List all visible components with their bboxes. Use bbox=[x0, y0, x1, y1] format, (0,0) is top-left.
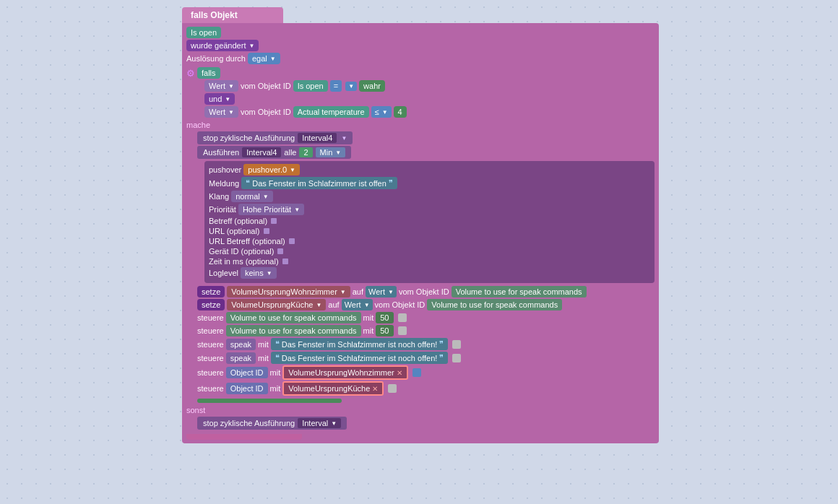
zeit-ms-row: Zeit in ms (optional) bbox=[209, 257, 650, 266]
setze1-label: setze bbox=[197, 286, 225, 297]
gerat-id-indicator bbox=[277, 248, 283, 254]
main-block: Is open wurde geändert ▼ Auslösung durch… bbox=[182, 23, 659, 443]
auf-label-1: auf bbox=[353, 287, 363, 296]
mit-speak1-label: mit bbox=[258, 340, 269, 349]
volume-steuere1-pill: Volume to use for speak commands bbox=[226, 312, 361, 323]
vom-objekt-setze1: vom Objekt ID bbox=[399, 287, 449, 296]
four-pill[interactable]: 4 bbox=[394, 106, 407, 118]
vol-wohnzimmer-ref[interactable]: VolumeUrsprungWohnzimmer ✕ bbox=[282, 365, 408, 380]
ausfuhren-two: 2 bbox=[299, 147, 312, 157]
auslosung-row: Auslösung durch egal ▼ bbox=[186, 53, 655, 64]
wurde-geandert-pill[interactable]: wurde geändert ▼ bbox=[186, 40, 259, 51]
ausfuhren-min[interactable]: Min ▼ bbox=[316, 147, 346, 157]
steuere-objid2-row: steuere Object ID mit VolumeUrsprungKüch… bbox=[197, 381, 655, 396]
prioritat-label: Priorität bbox=[209, 205, 236, 214]
meldung-text-block[interactable]: ❝ Das Fenster im Schlafzimmer ist offen … bbox=[241, 177, 397, 189]
equals-dropdown[interactable]: ▼ bbox=[345, 82, 357, 91]
betreff-row: Betreff (optional) bbox=[209, 217, 650, 225]
steuere-objid1-row: steuere Object ID mit VolumeUrsprungWohn… bbox=[197, 365, 655, 380]
vol-kuche-ref[interactable]: VolumeUrsprungKüche ✕ bbox=[282, 381, 384, 396]
auslosung-label: Auslösung durch bbox=[186, 54, 246, 63]
checkbox-speak2[interactable] bbox=[452, 354, 461, 362]
less-equal-block[interactable]: ≤ ▼ bbox=[371, 106, 392, 118]
volume-wohnzimmer-pill[interactable]: VolumeUrsprungWohnzimmer ▼ bbox=[227, 286, 350, 297]
setze2-label: setze bbox=[197, 299, 225, 310]
steuere-label-1: steuere bbox=[197, 313, 224, 322]
vom-objekt-label-2: vom Objekt ID bbox=[241, 108, 291, 116]
gerat-id-row: Gerät ID (optional) bbox=[209, 247, 650, 256]
checkbox-2[interactable] bbox=[398, 326, 407, 335]
number-50-1: 50 bbox=[376, 312, 393, 323]
wert-block-setze2[interactable]: Wert ▼ bbox=[342, 299, 373, 310]
ausfuhren-interval: Interval4 bbox=[242, 147, 281, 157]
ausfuhren-block[interactable]: Ausführen Interval4 alle 2 Min ▼ bbox=[197, 146, 351, 159]
speak2-pill[interactable]: speak bbox=[226, 352, 256, 364]
mache-bottom-bar bbox=[197, 399, 342, 403]
object-id2-pill[interactable]: Object ID bbox=[226, 383, 268, 394]
checkbox-1[interactable] bbox=[398, 313, 407, 322]
falls-row: ⚙ falls bbox=[186, 67, 655, 79]
interval4-value: Interval4 bbox=[298, 133, 337, 143]
speak1-text-block[interactable]: ❝ Das Fenster im Schlafzimmer ist noch o… bbox=[271, 338, 449, 350]
meldung-row: Meldung ❝ Das Fenster im Schlafzimmer is… bbox=[209, 177, 650, 189]
wert-pill-1[interactable]: Wert ▼ bbox=[204, 80, 238, 92]
mache-section: stop zyklische Ausführung Interval4 ▼ Au… bbox=[197, 131, 655, 403]
interval-value-block[interactable]: Interval ▼ bbox=[298, 418, 341, 428]
mit-speak2-label: mit bbox=[258, 354, 269, 362]
falls-pill[interactable]: falls bbox=[197, 67, 220, 79]
actual-temp-pill[interactable]: Actual temperature bbox=[293, 106, 369, 118]
gear-icon: ⚙ bbox=[186, 68, 195, 79]
wert-block-setze1[interactable]: Wert ▼ bbox=[366, 286, 397, 297]
vom-objekt-setze2: vom Objekt ID bbox=[375, 300, 426, 309]
equals-block-1: = bbox=[330, 80, 342, 92]
speak1-pill[interactable]: speak bbox=[226, 339, 256, 350]
is-open-row: Is open bbox=[186, 27, 655, 38]
steuere-speak2-row: steuere speak mit ❝ Das Fenster im Schla… bbox=[197, 352, 655, 364]
checkbox-objid1[interactable] bbox=[412, 368, 421, 377]
stop-interval4-row: stop zyklische Ausführung Interval4 ▼ bbox=[197, 131, 655, 144]
volume-kuche-pill[interactable]: VolumeUrsprungKüche ▼ bbox=[227, 299, 326, 310]
steuere-speak2-label: steuere bbox=[197, 354, 224, 362]
is-open-ref-pill[interactable]: Is open bbox=[293, 80, 328, 92]
stop-interval4-block[interactable]: stop zyklische Ausführung Interval4 ▼ bbox=[197, 131, 353, 144]
url-betreff-indicator bbox=[289, 238, 295, 244]
egal-pill[interactable]: egal ▼ bbox=[248, 53, 280, 64]
condition-block-2: Wert ▼ vom Objekt ID Actual temperature … bbox=[204, 106, 655, 118]
wurde-geandert-row: wurde geändert ▼ bbox=[186, 40, 655, 51]
hohe-prioritat-pill[interactable]: Hohe Priorität ▼ bbox=[238, 204, 304, 215]
wahr-pill[interactable]: wahr bbox=[359, 80, 385, 92]
mit-objid2-label: mit bbox=[270, 384, 281, 393]
volume-steuere2-pill: Volume to use for speak commands bbox=[226, 325, 361, 336]
klang-label: Klang bbox=[209, 192, 229, 201]
checkbox-speak1[interactable] bbox=[452, 340, 461, 349]
ausfuhren-row: Ausführen Interval4 alle 2 Min ▼ bbox=[197, 146, 655, 159]
volume-speak-pill-1: Volume to use for speak commands bbox=[452, 286, 587, 297]
is-open-pill[interactable]: Is open bbox=[186, 27, 221, 38]
object-id1-pill[interactable]: Object ID bbox=[226, 367, 268, 378]
wurde-geandert-arrow: ▼ bbox=[249, 43, 254, 49]
auf-label-2: auf bbox=[328, 300, 339, 309]
meldung-label: Meldung bbox=[209, 179, 239, 188]
condition-block-1: Wert ▼ vom Objekt ID Is open = ▼ wahr bbox=[204, 80, 655, 92]
keins-pill[interactable]: keins ▼ bbox=[241, 267, 277, 279]
steuere-speak1-label: steuere bbox=[197, 340, 224, 349]
betreff-label: Betreff (optional) bbox=[209, 217, 267, 225]
x-btn-1[interactable]: ✕ bbox=[397, 369, 402, 377]
und-row: und ▼ bbox=[204, 93, 655, 105]
klang-normal-pill[interactable]: normal ▼ bbox=[231, 191, 273, 202]
loglevel-row: Loglevel keins ▼ bbox=[209, 267, 650, 279]
x-btn-2[interactable]: ✕ bbox=[372, 385, 378, 393]
steuere-objid1-label: steuere bbox=[197, 368, 224, 377]
pushover-row: pushover pushover.0 ▼ bbox=[209, 164, 650, 175]
pushover0-pill[interactable]: pushover.0 ▼ bbox=[243, 164, 300, 175]
sonst-stop-block[interactable]: stop zyklische Ausführung Interval ▼ bbox=[197, 417, 347, 430]
steuere-volume2-row: steuere Volume to use for speak commands… bbox=[197, 325, 655, 336]
pushover-section: pushover pushover.0 ▼ Meldung ❝ Das Fens… bbox=[204, 161, 655, 283]
und-pill[interactable]: und ▼ bbox=[204, 93, 235, 105]
pushover-label: pushover bbox=[209, 165, 241, 174]
wert-pill-2[interactable]: Wert ▼ bbox=[204, 106, 238, 118]
prioritat-row: Priorität Hohe Priorität ▼ bbox=[209, 204, 650, 215]
speak2-text-block[interactable]: ❝ Das Fenster im Schlafzimmer ist noch o… bbox=[271, 352, 449, 364]
setze-wohnzimmer-row: setze VolumeUrsprungWohnzimmer ▼ auf Wer… bbox=[197, 286, 655, 297]
checkbox-objid2[interactable] bbox=[388, 384, 397, 393]
